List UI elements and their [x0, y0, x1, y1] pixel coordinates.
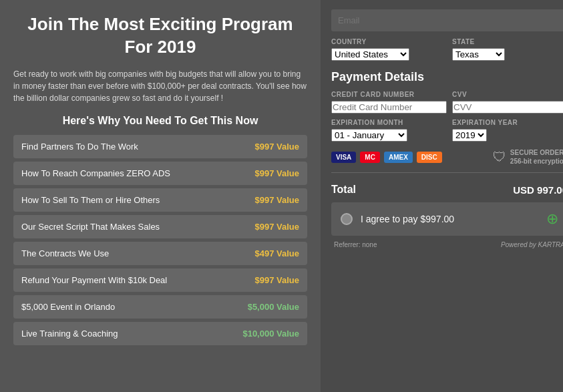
country-state-row: COUNTRY United StatesCanadaUnited Kingdo…	[331, 38, 563, 61]
agree-radio[interactable]	[341, 213, 353, 225]
list-item: $5,000 Event in Orlando$5,000 Value	[13, 295, 307, 319]
feature-label: Live Training & Coaching	[21, 329, 118, 339]
exp-year-label: EXPIRATION YEAR	[452, 119, 563, 126]
list-item: How To Reach Companies ZERO ADS$997 Valu…	[13, 162, 307, 185]
payment-title: Payment Details	[331, 70, 563, 84]
cvv-label: CVV	[452, 91, 563, 98]
cc-input[interactable]	[331, 101, 447, 114]
mastercard-icon: MC	[360, 152, 380, 163]
total-amount: USD 997.00	[513, 184, 563, 196]
referrer-text: Referrer: none	[334, 241, 377, 248]
feature-label: Our Secret Script That Makes Sales	[21, 222, 160, 232]
agree-label: I agree to pay $997.00	[361, 214, 538, 224]
kartra-powered: Powered by KARTRA	[501, 241, 563, 248]
feature-value: $497 Value	[255, 248, 300, 258]
cc-field-group: CREDIT CARD NUMBER	[331, 91, 447, 114]
feature-label: How To Reach Companies ZERO ADS	[21, 168, 170, 178]
email-input[interactable]	[331, 9, 563, 31]
divider	[331, 172, 563, 173]
exp-year-group: EXPIRATION YEAR 2019 2020 2021 2022	[452, 119, 563, 142]
shield-icon: 🛡	[493, 150, 506, 165]
right-panel: COUNTRY United StatesCanadaUnited Kingdo…	[321, 0, 563, 392]
exp-month-group: EXPIRATION MONTH 01 - January 02 - Febru…	[331, 119, 447, 142]
state-label: STATE	[452, 38, 563, 45]
list-item: The Contracts We Use$497 Value	[13, 242, 307, 265]
country-label: COUNTRY	[331, 38, 447, 45]
secure-text: SECURE ORDER 256-bit encryption	[510, 148, 563, 166]
expiry-row: EXPIRATION MONTH 01 - January 02 - Febru…	[331, 119, 563, 142]
agree-box[interactable]: I agree to pay $997.00 ⊕	[331, 202, 563, 236]
total-row: Total USD 997.00	[331, 180, 563, 202]
list-item: Refund Your Payment With $10k Deal$997 V…	[13, 268, 307, 292]
list-item: How To Sell To Them or Hire Others$997 V…	[13, 188, 307, 212]
list-item: Live Training & Coaching$10,000 Value	[13, 322, 307, 345]
feature-value: $5,000 Value	[248, 302, 299, 312]
left-panel: Join The Most Exciting Program For 2019 …	[0, 0, 321, 392]
visa-icon: VISA	[331, 152, 356, 163]
exp-year-select[interactable]: 2019 2020 2021 2022	[452, 129, 487, 142]
exp-month-select[interactable]: 01 - January 02 - February 03 - March 04…	[331, 129, 407, 142]
exp-month-label: EXPIRATION MONTH	[331, 119, 447, 126]
total-label: Total	[331, 184, 356, 196]
card-info-row: CREDIT CARD NUMBER CVV	[331, 91, 563, 114]
description-text: Get ready to work with big companies wit…	[13, 68, 307, 104]
list-item: Our Secret Script That Makes Sales$997 V…	[13, 215, 307, 238]
feature-label: The Contracts We Use	[21, 248, 109, 258]
main-title: Join The Most Exciting Program For 2019	[13, 13, 307, 59]
country-select[interactable]: United StatesCanadaUnited KingdomAustral…	[331, 48, 409, 61]
cvv-field-group: CVV	[452, 91, 563, 114]
referrer-row: Referrer: none Powered by KARTRA	[331, 241, 563, 248]
amex-icon: AMEX	[384, 152, 413, 163]
feature-value: $997 Value	[255, 275, 300, 285]
feature-label: How To Sell To Them or Hire Others	[21, 195, 160, 205]
list-item: Find Partners To Do The Work$997 Value	[13, 135, 307, 158]
email-field-group	[331, 9, 563, 31]
feature-label: Find Partners To Do The Work	[21, 142, 138, 152]
cvv-input[interactable]	[452, 101, 563, 114]
country-field-group: COUNTRY United StatesCanadaUnited Kingdo…	[331, 38, 447, 61]
agree-check-icon: ⊕	[546, 210, 558, 228]
payment-icons-row: VISA MC AMEX DISC 🛡 SECURE ORDER 256-bit…	[331, 148, 563, 166]
secure-badge: 🛡 SECURE ORDER 256-bit encryption	[493, 148, 563, 166]
feature-value: $997 Value	[255, 168, 300, 178]
features-list: Find Partners To Do The Work$997 ValueHo…	[13, 135, 307, 345]
state-select[interactable]: TexasCaliforniaNew YorkFlorida	[452, 48, 505, 61]
feature-label: Refund Your Payment With $10k Deal	[21, 275, 167, 285]
cc-label: CREDIT CARD NUMBER	[331, 91, 447, 98]
why-title: Here's Why You Need To Get This Now	[13, 115, 307, 127]
discover-icon: DISC	[417, 152, 442, 163]
feature-value: $10,000 Value	[242, 329, 299, 339]
feature-value: $997 Value	[255, 222, 300, 232]
feature-label: $5,000 Event in Orlando	[21, 302, 115, 312]
feature-value: $997 Value	[255, 142, 300, 152]
feature-value: $997 Value	[255, 195, 300, 205]
state-field-group: STATE TexasCaliforniaNew YorkFlorida	[452, 38, 563, 61]
